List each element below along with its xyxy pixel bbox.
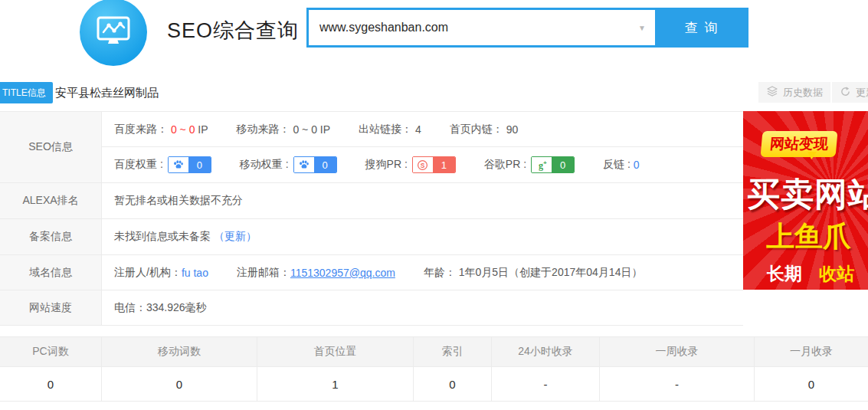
ad-bubble: 网站变现 xyxy=(761,131,838,157)
stats-value-index: 0 xyxy=(414,367,492,401)
query-button[interactable]: 查 询 xyxy=(655,8,748,48)
stats-header-week: 一周收录 xyxy=(600,337,755,366)
ad-footer-line: 长期收站 xyxy=(767,262,854,286)
domain-registrant: 注册人/机构：fu tao xyxy=(114,266,208,280)
stats-header-row: PC词数 移动词数 首页位置 索引 24小时收录 一周收录 一月收录 xyxy=(0,336,868,367)
alexa-text: 暂无排名或相关数据不充分 xyxy=(102,183,743,218)
baidu-weight[interactable]: 百度权重 : 0 xyxy=(114,156,211,173)
sogou-pr[interactable]: 搜狗PR : S 1 xyxy=(365,156,456,173)
homepage-inner-links: 首页内链： 90 xyxy=(450,123,518,136)
search-bar: ▼ 查 询 xyxy=(306,8,748,48)
seo-weight-row: 百度权重 : 0 移动权重 : xyxy=(102,147,743,182)
ad-banner[interactable]: 网站变现 买卖网站 上鱼爪 长期收站 xyxy=(743,111,868,290)
baidu-paw-icon xyxy=(169,157,188,172)
mobile-weight-badge[interactable]: 0 xyxy=(293,156,337,173)
outbound-links: 出站链接： 4 xyxy=(359,123,421,136)
refresh-icon xyxy=(840,86,851,100)
mobile-paw-icon xyxy=(294,157,314,172)
domain-email: 注册邮箱：1151302957@qq.com xyxy=(237,266,395,280)
search-input[interactable] xyxy=(309,10,655,45)
layers-icon xyxy=(766,85,778,100)
stats-header-index: 索引 xyxy=(414,337,492,366)
table-row-icp: 备案信息 未找到信息或未备案 （更新） xyxy=(0,219,743,255)
title-info-badge: TITLE信息 xyxy=(0,82,53,103)
stats-value-month: 0 xyxy=(755,367,868,401)
svg-text:S: S xyxy=(421,161,425,169)
stats-value-mobile-words: 0 xyxy=(102,367,257,401)
table-row-alexa: ALEXA排名 暂无排名或相关数据不充分 xyxy=(0,183,743,219)
baidu-weight-badge[interactable]: 0 xyxy=(168,156,211,173)
site-title: 安平县松垚丝网制品 xyxy=(55,86,159,100)
seo-info-table: SEO信息 百度来路： 0 ~ 0 IP 移动来路： 0 ~ 0 IP 出站链接… xyxy=(0,111,743,326)
stats-value-pc-words: 0 xyxy=(0,367,102,401)
page-title: SEO综合查询 xyxy=(167,17,299,44)
stats-header-pc-words: PC词数 xyxy=(0,337,102,366)
title-bar: TITLE信息 安平县松垚丝网制品 历史数据 更新 xyxy=(0,79,868,107)
google-pr-badge[interactable]: g + 0 xyxy=(531,156,575,173)
table-row-speed: 网站速度 电信：334.926毫秒 xyxy=(0,290,743,326)
stats-header-mobile-words: 移动词数 xyxy=(102,337,257,366)
svg-text:+: + xyxy=(543,159,547,166)
stats-header-24h: 24小时收录 xyxy=(492,337,600,366)
table-row-seo: SEO信息 百度来路： 0 ~ 0 IP 移动来路： 0 ~ 0 IP 出站链接… xyxy=(0,112,743,183)
history-data-button[interactable]: 历史数据 xyxy=(758,82,830,103)
row-label-speed: 网站速度 xyxy=(0,290,102,325)
ad-headline: 买卖网站 xyxy=(747,172,868,217)
app-logo xyxy=(80,0,147,66)
monitor-chart-icon xyxy=(93,11,133,54)
sogou-s-icon: S xyxy=(413,157,433,172)
backlinks-link[interactable]: 0 xyxy=(634,159,640,171)
registrant-link[interactable]: fu tao xyxy=(182,267,208,279)
mobile-weight[interactable]: 移动权重 : 0 xyxy=(240,156,337,173)
speed-text: 电信：334.926毫秒 xyxy=(102,290,743,325)
stats-header-month: 一月收录 xyxy=(755,337,868,366)
row-label-seo: SEO信息 xyxy=(0,112,102,182)
google-pr[interactable]: 谷歌PR : g + 0 xyxy=(484,156,575,173)
stats-value-24h: - xyxy=(492,367,600,401)
row-label-alexa: ALEXA排名 xyxy=(0,183,102,218)
stats-value-week: - xyxy=(600,367,755,401)
baidu-traffic: 百度来路： 0 ~ 0 IP xyxy=(114,123,208,136)
row-label-icp: 备案信息 xyxy=(0,219,102,254)
backlinks[interactable]: 反链 : 0 xyxy=(603,158,639,172)
svg-text:g: g xyxy=(539,160,543,171)
stats-value-home-position: 1 xyxy=(257,367,414,401)
row-label-domain: 域名信息 xyxy=(0,255,102,290)
email-link[interactable]: 1151302957@qq.com xyxy=(290,267,395,279)
chevron-down-icon[interactable]: ▼ xyxy=(638,24,646,32)
icp-update-link[interactable]: （更新） xyxy=(214,230,257,244)
refresh-button[interactable]: 更新 xyxy=(832,82,868,103)
sogou-pr-badge[interactable]: S 1 xyxy=(412,156,456,173)
icp-text: 未找到信息或未备案 xyxy=(114,230,211,244)
mobile-traffic: 移动来路： 0 ~ 0 IP xyxy=(237,123,331,136)
seo-traffic-row: 百度来路： 0 ~ 0 IP 移动来路： 0 ~ 0 IP 出站链接： 4 首页… xyxy=(102,112,743,147)
stats-table: PC词数 移动词数 首页位置 索引 24小时收录 一周收录 一月收录 0 0 1… xyxy=(0,336,868,402)
google-plus-icon: g + xyxy=(532,157,552,172)
stats-value-row: 0 0 1 0 - - 0 xyxy=(0,367,868,402)
table-row-domain: 域名信息 注册人/机构：fu tao 注册邮箱：1151302957@qq.co… xyxy=(0,255,743,290)
domain-age: 年龄： 1年0月5日（创建于2017年04月14日） xyxy=(424,266,643,280)
ad-subline: 上鱼爪 xyxy=(766,218,851,256)
stats-header-home-position: 首页位置 xyxy=(257,337,414,366)
